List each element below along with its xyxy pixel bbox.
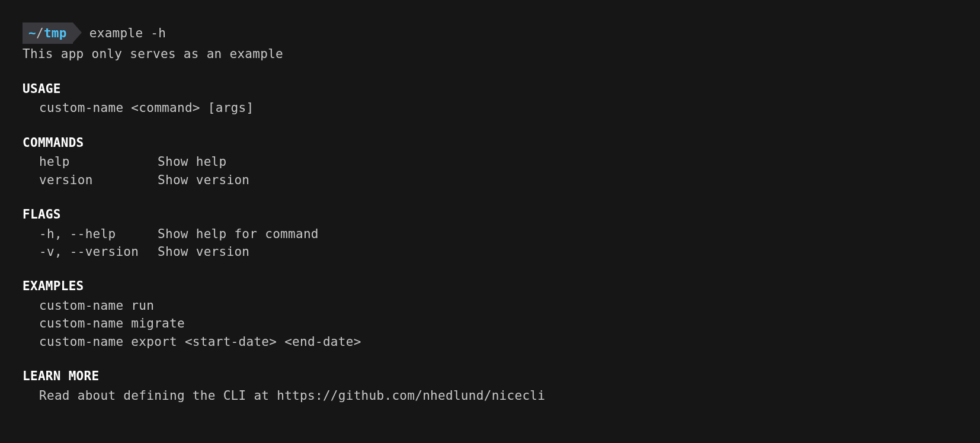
usage-header: USAGE	[23, 80, 957, 98]
command-name: version	[39, 171, 158, 189]
command-name: help	[39, 153, 158, 171]
examples-section: EXAMPLES custom-name run custom-name mig…	[23, 277, 957, 351]
learnmore-section: LEARN MORE Read about defining the CLI a…	[23, 367, 957, 405]
learnmore-header: LEARN MORE	[23, 367, 957, 385]
flag-name: -h, --help	[39, 225, 158, 243]
command-row: version Show version	[23, 171, 957, 189]
app-description: This app only serves as an example	[23, 45, 957, 63]
command-desc: Show version	[158, 171, 249, 189]
prompt-tilde: ~	[28, 24, 36, 42]
entered-command[interactable]: example -h	[89, 24, 166, 42]
prompt-badge: ~/tmp	[23, 23, 73, 44]
example-line: custom-name migrate	[23, 314, 957, 332]
examples-header: EXAMPLES	[23, 277, 957, 295]
flag-row: -v, --version Show version	[23, 243, 957, 261]
flags-header: FLAGS	[23, 206, 957, 223]
flag-desc: Show version	[158, 243, 249, 261]
prompt-line: ~/tmp example -h	[23, 23, 957, 44]
example-line: custom-name export <start-date> <end-dat…	[23, 333, 957, 351]
usage-line: custom-name <command> [args]	[23, 99, 957, 117]
commands-section: COMMANDS help Show help version Show ver…	[23, 134, 957, 189]
usage-section: USAGE custom-name <command> [args]	[23, 80, 957, 117]
learnmore-line: Read about defining the CLI at https://g…	[23, 387, 957, 405]
commands-header: COMMANDS	[23, 134, 957, 152]
flag-desc: Show help for command	[158, 225, 319, 243]
prompt-slash: /	[36, 24, 44, 42]
command-desc: Show help	[158, 153, 227, 171]
flags-section: FLAGS -h, --help Show help for command -…	[23, 206, 957, 261]
example-line: custom-name run	[23, 297, 957, 314]
flag-row: -h, --help Show help for command	[23, 225, 957, 243]
command-row: help Show help	[23, 153, 957, 171]
flag-name: -v, --version	[39, 243, 158, 261]
prompt-dir: tmp	[44, 24, 67, 42]
